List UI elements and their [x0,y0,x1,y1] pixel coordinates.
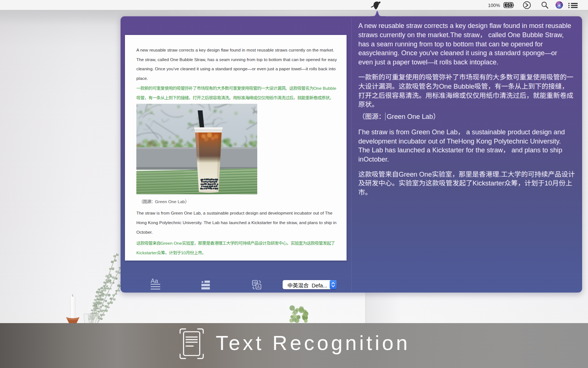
svg-text:A: A [257,284,260,289]
svg-text:Aa: Aa [151,277,158,284]
